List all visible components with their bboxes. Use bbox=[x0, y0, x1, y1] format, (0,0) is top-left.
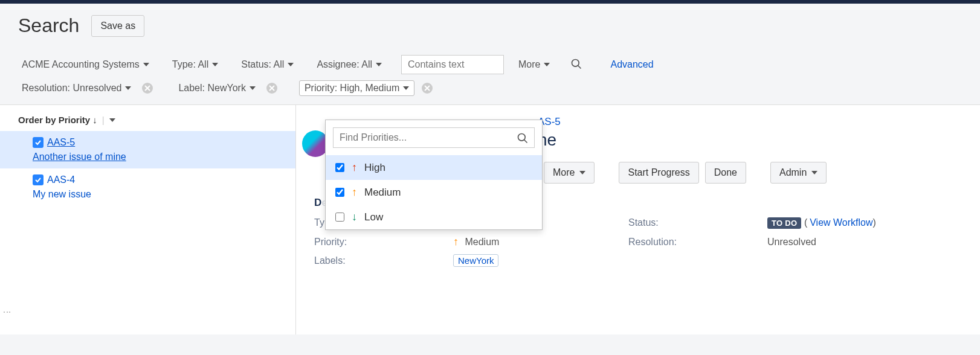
chevron-down-icon bbox=[288, 63, 294, 66]
done-button[interactable]: Done bbox=[705, 162, 746, 184]
filter-bar: ACME Accounting Systems Type: All Status… bbox=[0, 49, 980, 105]
issue-item[interactable]: AAS-4 My new issue bbox=[0, 168, 295, 206]
search-text-input[interactable] bbox=[401, 55, 504, 74]
filter-assignee-label: Assignee: All bbox=[317, 59, 372, 70]
view-workflow-link[interactable]: View Workflow bbox=[810, 217, 872, 228]
filter-priority-label: Priority: High, Medium bbox=[305, 83, 399, 94]
filter-status[interactable]: Status: All bbox=[237, 57, 297, 72]
priority-option-medium[interactable]: ↑ Medium bbox=[326, 180, 542, 205]
issue-key: AAS-5 bbox=[47, 137, 75, 148]
filter-project[interactable]: ACME Accounting Systems bbox=[18, 57, 153, 72]
issue-key: AAS-4 bbox=[47, 174, 75, 185]
svg-point-0 bbox=[572, 59, 579, 66]
chevron-down-icon bbox=[579, 171, 585, 174]
priority-value: ↑ Medium bbox=[453, 235, 628, 248]
chevron-down-icon bbox=[376, 63, 382, 66]
priority-low-icon: ↓ bbox=[352, 211, 357, 223]
search-header: Search Save as bbox=[0, 4, 980, 49]
status-value: TO DO (View Workflow) bbox=[767, 217, 949, 228]
svg-line-9 bbox=[524, 140, 527, 143]
remove-priority-icon[interactable] bbox=[422, 83, 433, 94]
chevron-down-icon bbox=[811, 171, 817, 174]
chevron-down-icon[interactable] bbox=[109, 118, 115, 122]
issue-item[interactable]: AAS-5 Another issue of mine bbox=[0, 131, 295, 168]
save-as-button[interactable]: Save as bbox=[91, 15, 144, 37]
priority-option-low[interactable]: ↓ Low bbox=[326, 205, 542, 229]
filter-label[interactable]: Label: NewYork bbox=[175, 80, 259, 96]
svg-line-1 bbox=[578, 65, 581, 68]
issue-detail-key[interactable]: AS-5 bbox=[538, 116, 962, 128]
filter-resolution-label: Resolution: Unresolved bbox=[22, 83, 121, 94]
chevron-down-icon bbox=[250, 86, 256, 90]
filter-more[interactable]: More bbox=[518, 59, 550, 70]
filter-type-label: Type: All bbox=[172, 59, 208, 70]
filter-label-label: Label: NewYork bbox=[178, 83, 245, 94]
admin-button[interactable]: Admin bbox=[770, 162, 827, 184]
labels-value: NewYork bbox=[453, 255, 628, 266]
priority-high-icon: ↑ bbox=[352, 161, 357, 174]
chevron-down-icon bbox=[544, 63, 550, 66]
chevron-down-icon bbox=[403, 86, 409, 90]
advanced-link[interactable]: Advanced bbox=[610, 59, 653, 70]
chevron-down-icon bbox=[125, 86, 131, 90]
svg-point-8 bbox=[518, 134, 526, 141]
filter-resolution[interactable]: Resolution: Unresolved bbox=[18, 80, 135, 96]
filter-more-label: More bbox=[518, 59, 540, 70]
sort-desc-icon: ↓ bbox=[92, 115, 97, 125]
filter-status-label: Status: All bbox=[241, 59, 284, 70]
priority-medium-checkbox[interactable] bbox=[335, 188, 344, 197]
issue-summary: Another issue of mine bbox=[33, 152, 277, 162]
remove-label-icon[interactable] bbox=[266, 83, 277, 94]
search-icon[interactable] bbox=[570, 58, 582, 72]
order-by-label: Order by Priority bbox=[18, 115, 90, 125]
labels-label: Labels: bbox=[314, 255, 453, 266]
order-by[interactable]: Order by Priority ↓ | bbox=[0, 111, 295, 131]
priority-label: Priority: bbox=[314, 237, 453, 248]
issue-sidebar: Order by Priority ↓ | AAS-5 Another issu… bbox=[0, 105, 296, 334]
filter-type[interactable]: Type: All bbox=[169, 57, 222, 72]
page-title: Search bbox=[18, 14, 79, 37]
label-chip[interactable]: NewYork bbox=[453, 254, 498, 267]
issue-detail-title: ne bbox=[538, 130, 962, 150]
priority-high-checkbox[interactable] bbox=[335, 163, 344, 172]
filter-assignee[interactable]: Assignee: All bbox=[313, 57, 385, 72]
admin-button-label: Admin bbox=[779, 167, 807, 178]
priority-medium-icon: ↑ bbox=[453, 235, 459, 248]
resize-handle[interactable]: ⋮ bbox=[2, 308, 12, 318]
status-label: Status: bbox=[628, 217, 767, 228]
priority-medium-icon: ↑ bbox=[352, 186, 357, 199]
search-icon[interactable] bbox=[517, 132, 529, 146]
priority-search-input[interactable] bbox=[333, 127, 535, 148]
more-button-label: More bbox=[553, 167, 575, 178]
remove-resolution-icon[interactable] bbox=[142, 83, 153, 94]
filter-priority[interactable]: Priority: High, Medium bbox=[299, 80, 414, 96]
issue-summary: My new issue bbox=[33, 189, 277, 200]
priority-option-label: Medium bbox=[364, 187, 401, 199]
more-button[interactable]: More bbox=[544, 162, 595, 184]
resolution-label: Resolution: bbox=[628, 237, 767, 248]
priority-option-label: High bbox=[364, 162, 385, 174]
priority-low-checkbox[interactable] bbox=[335, 213, 344, 222]
priority-filter-popup: ↑ High ↑ Medium ↓ Low bbox=[325, 120, 543, 230]
resolution-value: Unresolved bbox=[767, 237, 949, 248]
task-icon bbox=[33, 174, 44, 185]
task-icon bbox=[33, 137, 44, 148]
priority-option-label: Low bbox=[364, 211, 383, 223]
start-progress-button[interactable]: Start Progress bbox=[619, 162, 698, 184]
chevron-down-icon bbox=[143, 63, 149, 66]
status-badge: TO DO bbox=[767, 217, 801, 229]
chevron-down-icon bbox=[212, 63, 218, 66]
filter-project-label: ACME Accounting Systems bbox=[22, 59, 140, 70]
priority-option-high[interactable]: ↑ High bbox=[326, 155, 542, 180]
